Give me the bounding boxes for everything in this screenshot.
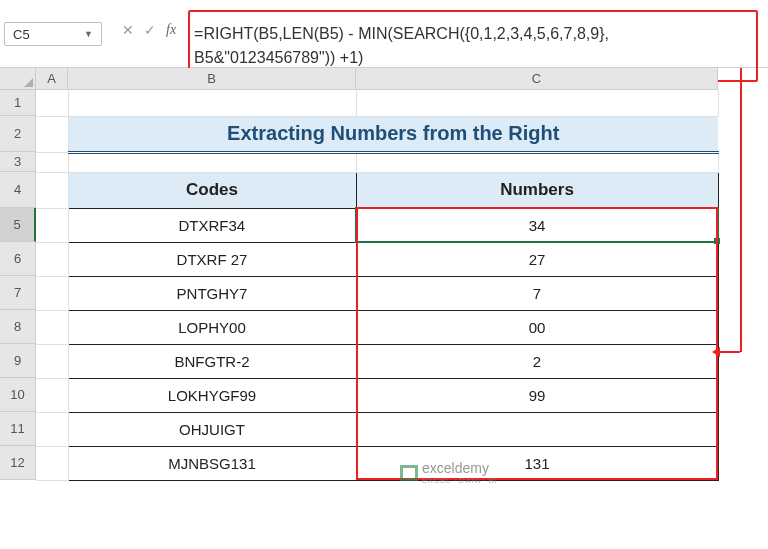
formula-buttons: ✕ ✓ fx	[106, 6, 184, 38]
table-row: DTXRF3434	[36, 208, 718, 242]
header-numbers[interactable]: Numbers	[356, 172, 718, 208]
row-header-4[interactable]: 4	[0, 172, 36, 208]
code-cell[interactable]: MJNBSG131	[68, 446, 356, 480]
annotation-line-horz	[718, 351, 740, 353]
table-row: OHJUIGT	[36, 412, 718, 446]
select-all-corner[interactable]	[0, 68, 36, 90]
code-cell[interactable]: LOKHYGF99	[68, 378, 356, 412]
watermark: exceldemy EXCEL · DATA · BI	[400, 460, 497, 485]
formula-area: ✕ ✓ fx =RIGHT(B5,LEN(B5) - MIN(SEARCH({0…	[106, 0, 768, 67]
table-row: PNTGHY77	[36, 276, 718, 310]
number-cell[interactable]: 00	[356, 310, 718, 344]
number-cell[interactable]: 27	[356, 242, 718, 276]
number-cell[interactable]: 2	[356, 344, 718, 378]
col-header-B[interactable]: B	[68, 68, 356, 90]
sheet: Extracting Numbers from the Right CodesN…	[36, 90, 719, 481]
page-title: Extracting Numbers from the Right	[68, 116, 718, 152]
code-cell[interactable]: DTXRF 27	[68, 242, 356, 276]
number-cell[interactable]: 99	[356, 378, 718, 412]
number-cell[interactable]	[356, 412, 718, 446]
name-box-dropdown-icon[interactable]: ▼	[84, 29, 93, 39]
formula-bar-row: C5 ▼ ✕ ✓ fx =RIGHT(B5,LEN(B5) - MIN(SEAR…	[0, 0, 768, 68]
row-header-1[interactable]: 1	[0, 90, 36, 116]
row-header-8[interactable]: 8	[0, 310, 36, 344]
row-header-10[interactable]: 10	[0, 378, 36, 412]
row-header-2[interactable]: 2	[0, 116, 36, 152]
table-row: LOKHYGF9999	[36, 378, 718, 412]
table-row: DTXRF 2727	[36, 242, 718, 276]
row-header-3[interactable]: 3	[0, 152, 36, 172]
col-header-A[interactable]: A	[36, 68, 68, 90]
table-row: MJNBSG131131	[36, 446, 718, 480]
row-header-12[interactable]: 12	[0, 446, 36, 480]
row-headers: 123456789101112	[0, 90, 36, 480]
code-cell[interactable]: DTXRF34	[68, 208, 356, 242]
column-headers: A B C	[36, 68, 718, 90]
row-header-6[interactable]: 6	[0, 242, 36, 276]
row-header-7[interactable]: 7	[0, 276, 36, 310]
name-box[interactable]: C5 ▼	[4, 22, 102, 46]
fill-handle[interactable]	[714, 238, 720, 244]
name-box-value: C5	[13, 27, 84, 42]
col-header-C[interactable]: C	[356, 68, 718, 90]
code-cell[interactable]: PNTGHY7	[68, 276, 356, 310]
watermark-brand: exceldemy	[422, 460, 497, 476]
watermark-tagline: EXCEL · DATA · BI	[422, 476, 497, 485]
number-cell[interactable]: 7	[356, 276, 718, 310]
row-header-9[interactable]: 9	[0, 344, 36, 378]
fx-icon[interactable]: fx	[166, 22, 176, 38]
table-row: LOPHY0000	[36, 310, 718, 344]
annotation-line-vert	[740, 68, 742, 352]
code-cell[interactable]: LOPHY00	[68, 310, 356, 344]
cancel-icon[interactable]: ✕	[122, 22, 134, 38]
accept-icon[interactable]: ✓	[144, 22, 156, 38]
header-codes[interactable]: Codes	[68, 172, 356, 208]
code-cell[interactable]: BNFGTR-2	[68, 344, 356, 378]
code-cell[interactable]: OHJUIGT	[68, 412, 356, 446]
watermark-icon	[400, 465, 418, 481]
table-row: BNFGTR-22	[36, 344, 718, 378]
row-header-11[interactable]: 11	[0, 412, 36, 446]
row-header-5[interactable]: 5	[0, 208, 36, 242]
number-cell[interactable]: 34	[356, 208, 718, 242]
